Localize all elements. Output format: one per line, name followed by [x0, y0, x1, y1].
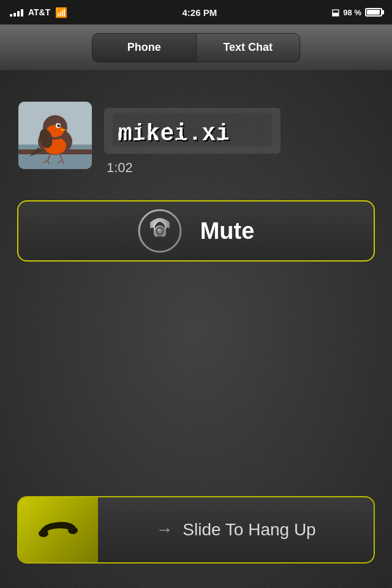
mute-button[interactable]: Mute: [17, 200, 375, 262]
status-time: 4:26 PM: [182, 7, 217, 18]
svg-point-10: [59, 124, 60, 126]
avatar-image: [18, 102, 92, 169]
battery-fill: [367, 10, 380, 15]
nav-tabs: Phone Text Chat: [0, 24, 392, 71]
caller-section: mikei.xi 1:02: [0, 71, 392, 194]
status-right: ⬓ 98 %: [331, 7, 382, 17]
caller-duration: 1:02: [104, 160, 281, 176]
caller-name-svg: mikei.xi: [113, 113, 272, 146]
hangup-button[interactable]: → Slide To Hang Up: [17, 496, 375, 564]
tab-phone[interactable]: Phone: [92, 34, 197, 62]
main-content: mikei.xi 1:02: [0, 71, 392, 588]
mute-section: Mute: [0, 200, 392, 262]
svg-point-27: [68, 527, 78, 534]
caller-name-container: mikei.xi: [104, 108, 281, 154]
bluetooth-icon: ⬓: [331, 7, 339, 17]
hangup-arrow: →: [156, 520, 173, 540]
tab-text-chat[interactable]: Text Chat: [197, 34, 300, 62]
hangup-phone-icon: [34, 511, 83, 548]
svg-point-25: [157, 229, 159, 231]
svg-point-26: [39, 530, 48, 537]
mute-label: Mute: [200, 218, 255, 244]
battery-percentage: 98 %: [343, 8, 361, 17]
hangup-label: Slide To Hang Up: [183, 520, 315, 540]
svg-text:mikei.xi: mikei.xi: [118, 120, 229, 146]
hangup-slide-area: → Slide To Hang Up: [98, 520, 374, 540]
carrier-label: AT&T: [28, 7, 50, 17]
caller-avatar: [18, 102, 92, 169]
svg-point-9: [58, 124, 61, 127]
caller-info: mikei.xi 1:02: [104, 102, 281, 176]
headset-icon: [138, 209, 182, 253]
status-bar: AT&T 📶 4:26 PM ⬓ 98 %: [0, 0, 392, 24]
status-left: AT&T 📶: [10, 7, 67, 18]
hangup-section: → Slide To Hang Up: [17, 496, 375, 564]
wifi-icon: 📶: [55, 7, 67, 18]
tab-container: Phone Text Chat: [92, 33, 300, 62]
signal-bars-icon: [10, 8, 23, 17]
battery-icon: [365, 8, 382, 17]
hangup-icon-area: [18, 497, 98, 562]
